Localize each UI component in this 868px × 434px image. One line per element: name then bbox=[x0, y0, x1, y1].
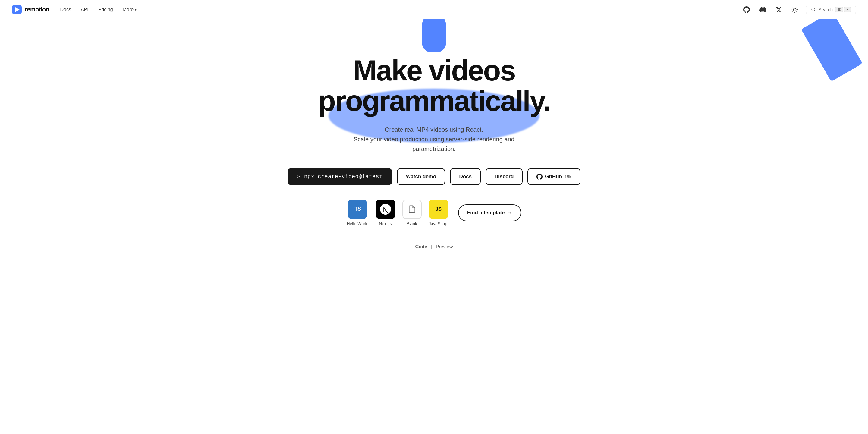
svg-line-12 bbox=[815, 10, 815, 11]
nav-link-more[interactable]: More ▾ bbox=[123, 7, 136, 12]
hero-subtitle-line2: Scale your video production using server… bbox=[353, 136, 515, 152]
svg-line-10 bbox=[797, 7, 797, 7]
template-label-js: JavaScript bbox=[429, 221, 448, 226]
github-button[interactable]: GitHub 19k bbox=[527, 168, 580, 185]
nav-link-api[interactable]: API bbox=[81, 7, 89, 12]
github-count: 19k bbox=[564, 174, 571, 179]
chevron-down-icon: ▾ bbox=[135, 7, 136, 12]
nav-link-docs[interactable]: Docs bbox=[60, 7, 71, 12]
x-twitter-nav-button[interactable] bbox=[774, 5, 784, 14]
hero-title-line1: Make videos bbox=[353, 54, 515, 87]
discord-button[interactable]: Discord bbox=[486, 168, 523, 185]
github-icon-cta bbox=[536, 174, 542, 180]
find-template-button[interactable]: Find a template → bbox=[458, 204, 521, 221]
search-icon bbox=[811, 7, 816, 12]
theme-toggle-button[interactable] bbox=[789, 4, 800, 15]
watch-demo-button[interactable]: Watch demo bbox=[397, 168, 445, 185]
template-icons: TS Hello World Next.js bbox=[347, 199, 448, 226]
discord-nav-button[interactable] bbox=[758, 4, 768, 15]
template-label-hello-world: Hello World bbox=[347, 221, 368, 226]
x-twitter-icon bbox=[776, 7, 782, 13]
kbd-meta: ⌘ bbox=[835, 7, 843, 12]
template-item-nextjs: Next.js bbox=[376, 199, 395, 226]
sun-icon bbox=[792, 6, 798, 13]
navbar-left: remotion Docs API Pricing More ▾ bbox=[12, 5, 136, 14]
template-item-javascript: JS JavaScript bbox=[429, 199, 448, 226]
nextjs-logo bbox=[380, 204, 391, 215]
navbar-right: Search ⌘ K bbox=[741, 4, 856, 15]
hero-subtitle-line1: Create real MP4 videos using React. bbox=[385, 126, 483, 133]
template-icon-js: JS bbox=[429, 199, 448, 219]
logo-icon bbox=[12, 5, 22, 14]
template-label-nextjs: Next.js bbox=[379, 221, 392, 226]
svg-point-2 bbox=[794, 8, 796, 11]
hero-subtitle: Create real MP4 videos using React. Scal… bbox=[338, 125, 530, 154]
hero-title: Make videos programmatically. bbox=[318, 56, 550, 116]
discord-icon bbox=[760, 6, 766, 13]
find-template-arrow: → bbox=[507, 210, 513, 216]
search-shortcut: ⌘ K bbox=[835, 7, 851, 12]
search-button[interactable]: Search ⌘ K bbox=[806, 5, 856, 14]
github-icon bbox=[743, 6, 750, 13]
logo-text: remotion bbox=[25, 6, 50, 13]
hero-title-line2: programmatically. bbox=[318, 85, 550, 117]
template-row: TS Hello World Next.js bbox=[347, 199, 521, 226]
hero-section: Make videos programmatically. Create rea… bbox=[0, 19, 868, 265]
svg-line-9 bbox=[793, 11, 793, 11]
navbar: remotion Docs API Pricing More ▾ bbox=[0, 0, 868, 19]
kbd-k: K bbox=[844, 7, 851, 12]
preview-label[interactable]: Preview bbox=[436, 244, 453, 250]
github-nav-button[interactable] bbox=[741, 4, 752, 15]
svg-point-11 bbox=[812, 8, 815, 11]
template-item-hello-world: TS Hello World bbox=[347, 199, 368, 226]
template-icon-next bbox=[376, 199, 395, 219]
code-label[interactable]: Code bbox=[415, 244, 427, 250]
npx-command[interactable]: $ npx create-video@latest bbox=[287, 168, 392, 185]
template-item-blank: Blank bbox=[402, 199, 422, 226]
docs-button[interactable]: Docs bbox=[450, 168, 481, 185]
blank-file-icon bbox=[408, 205, 416, 213]
svg-line-6 bbox=[797, 11, 797, 11]
bottom-bar: Code | Preview bbox=[415, 238, 453, 253]
svg-line-5 bbox=[793, 7, 793, 7]
deco-shape-center bbox=[422, 19, 446, 53]
bar-separator: | bbox=[431, 244, 432, 250]
template-icon-ts: TS bbox=[348, 199, 367, 219]
find-template-label: Find a template bbox=[467, 210, 505, 216]
template-label-blank: Blank bbox=[407, 221, 417, 226]
nav-links: Docs API Pricing More ▾ bbox=[60, 7, 137, 12]
nav-link-pricing[interactable]: Pricing bbox=[98, 7, 113, 12]
template-icon-blank bbox=[402, 199, 422, 219]
deco-shape-right bbox=[801, 19, 863, 82]
cta-row: $ npx create-video@latest Watch demo Doc… bbox=[287, 168, 580, 185]
logo[interactable]: remotion bbox=[12, 5, 50, 14]
search-label: Search bbox=[818, 7, 833, 12]
